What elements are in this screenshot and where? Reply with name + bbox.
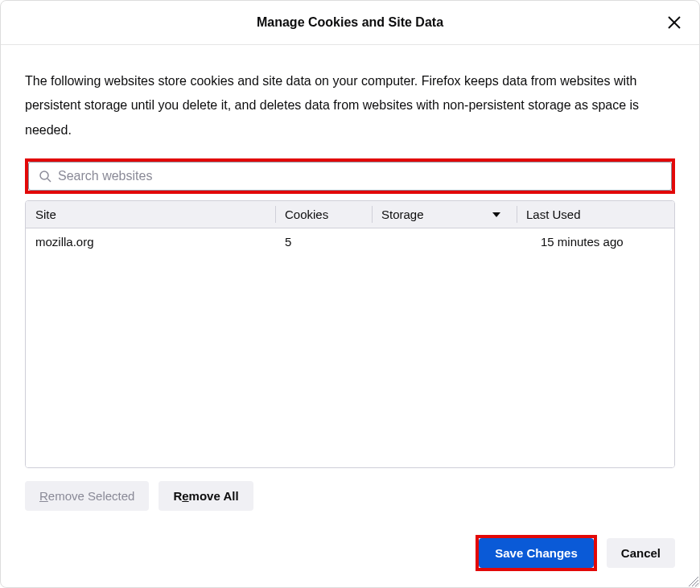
resize-grip-icon[interactable] — [686, 574, 698, 586]
search-box[interactable] — [28, 162, 672, 191]
dialog-content: The following websites store cookies and… — [1, 45, 699, 535]
cell-lastused: 15 minutes ago — [517, 228, 674, 255]
svg-point-2 — [40, 171, 48, 179]
svg-line-6 — [695, 583, 698, 586]
dialog-title: Manage Cookies and Site Data — [257, 15, 443, 30]
table-body: mozilla.org 5 15 minutes ago — [26, 228, 674, 467]
sort-indicator-icon — [492, 212, 500, 217]
column-cookies[interactable]: Cookies — [275, 201, 372, 228]
close-icon[interactable] — [665, 14, 683, 31]
cell-storage — [372, 228, 517, 255]
column-lastused[interactable]: Last Used — [517, 201, 674, 228]
svg-line-5 — [692, 580, 698, 586]
description-text: The following websites store cookies and… — [25, 69, 675, 142]
column-storage-label: Storage — [381, 208, 424, 221]
search-highlight — [25, 158, 675, 194]
dialog-header: Manage Cookies and Site Data — [1, 1, 699, 45]
remove-selected-button[interactable]: Remove Selected — [25, 481, 149, 511]
save-highlight: Save Changes — [476, 535, 597, 571]
column-site[interactable]: Site — [26, 201, 275, 228]
save-button[interactable]: Save Changes — [479, 538, 594, 568]
table-header: Site Cookies Storage Last Used — [26, 201, 674, 228]
column-storage[interactable]: Storage — [372, 201, 517, 228]
manage-cookies-dialog: Manage Cookies and Site Data The followi… — [0, 0, 700, 588]
cookies-table: Site Cookies Storage Last Used mozilla.o… — [25, 200, 675, 468]
cancel-button[interactable]: Cancel — [607, 538, 675, 568]
search-icon — [39, 170, 51, 183]
search-input[interactable] — [58, 169, 661, 183]
action-row: Remove Selected Remove All — [25, 481, 675, 511]
table-row[interactable]: mozilla.org 5 15 minutes ago — [26, 228, 674, 255]
svg-line-3 — [47, 179, 51, 182]
cell-site: mozilla.org — [26, 228, 275, 255]
remove-all-button[interactable]: Remove All — [159, 481, 253, 511]
dialog-footer: Save Changes Cancel — [1, 535, 699, 587]
cell-cookies: 5 — [275, 228, 372, 255]
